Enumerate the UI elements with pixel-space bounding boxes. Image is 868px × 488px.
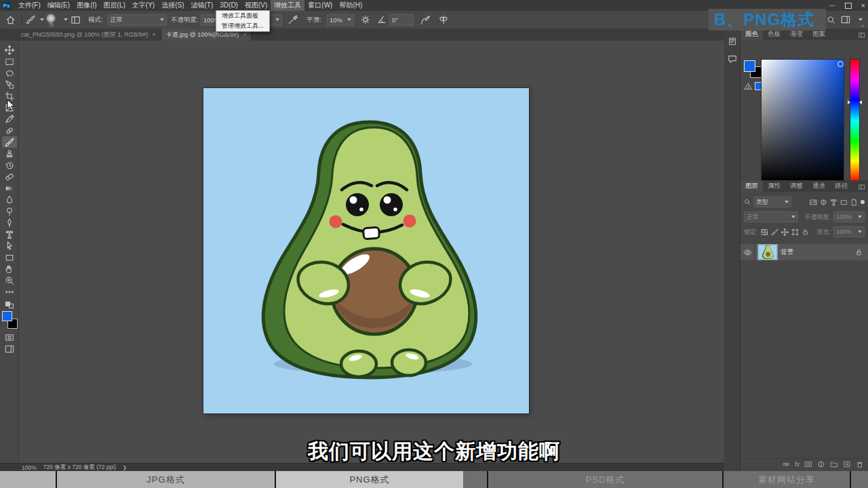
hue-marker-icon[interactable] (848, 100, 850, 104)
brush-preset-picker[interactable]: 75 (46, 11, 56, 28)
brush-picker-chevron-icon[interactable] (64, 18, 68, 21)
tool-dodge[interactable] (2, 205, 17, 217)
layer-opacity-select[interactable]: 100% (833, 211, 865, 222)
menu-item-manage-plugins[interactable]: 管理增效工具... (216, 21, 269, 31)
lock-pixels-icon[interactable] (771, 228, 778, 236)
smoothing-select[interactable]: 10% (327, 14, 354, 26)
tool-move[interactable] (2, 44, 17, 56)
tool-object-selection[interactable] (2, 79, 17, 90)
layer-row-background[interactable]: 背景 (741, 244, 868, 260)
bottom-tab-jpg[interactable]: JPG格式 (57, 471, 275, 488)
tool-rectangle[interactable] (2, 251, 17, 263)
menu-filter[interactable]: 滤镜(T) (188, 0, 217, 11)
filter-shape-layers-icon[interactable] (840, 199, 848, 206)
filter-pixel-layers-icon[interactable] (810, 199, 817, 206)
menu-view[interactable]: 视图(V) (241, 0, 271, 11)
panel-menu-icon[interactable] (859, 32, 865, 39)
comments-panel-icon[interactable] (728, 54, 737, 64)
bottom-tab-resources[interactable]: 素材网站分享 (724, 471, 850, 488)
tool-marquee[interactable] (2, 56, 17, 67)
doc-tab-close-icon[interactable]: × (152, 31, 155, 38)
menu-plugins[interactable]: 增效工具 (271, 0, 304, 11)
workspace-chevron-icon[interactable] (859, 18, 863, 21)
foreground-color-swatch[interactable] (744, 60, 755, 72)
tool-brush[interactable] (2, 136, 17, 148)
layer-blend-mode-select[interactable]: 正常 (744, 211, 798, 222)
brush-tool-preset[interactable] (26, 11, 44, 28)
hue-slider[interactable] (850, 59, 860, 182)
lock-artboard-icon[interactable] (791, 228, 799, 236)
minimize-button[interactable]: — (829, 2, 835, 9)
filter-adjustment-layers-icon[interactable] (820, 199, 827, 206)
tool-hand[interactable] (2, 263, 17, 274)
tool-blur[interactable] (2, 194, 17, 205)
pressure-size-icon[interactable] (420, 15, 431, 25)
saturation-brightness-field[interactable] (761, 59, 844, 182)
lock-all-icon[interactable] (802, 228, 809, 236)
screen-mode-button[interactable] (2, 343, 17, 354)
bottom-tab-psd[interactable]: PSD格式 (488, 471, 722, 488)
panel-menu-icon[interactable] (859, 184, 865, 190)
tab-channels[interactable]: 通道 (808, 180, 830, 192)
menu-help[interactable]: 帮助(H) (336, 0, 366, 11)
menu-image[interactable]: 图像(I) (73, 0, 100, 11)
close-button[interactable]: × (861, 1, 865, 9)
tool-more[interactable] (2, 286, 17, 298)
workspace-switcher-icon[interactable] (841, 15, 850, 24)
tool-history-brush[interactable] (2, 159, 17, 171)
menu-layer[interactable]: 图层(L) (100, 0, 129, 11)
layer-lock-icon[interactable] (855, 249, 863, 256)
paint-symmetry-icon[interactable] (438, 14, 449, 25)
brush-angle-input[interactable]: 0° (389, 14, 414, 26)
menu-select[interactable]: 选择(S) (158, 0, 187, 11)
tab-properties[interactable]: 属性 (763, 180, 785, 192)
layer-fill-select[interactable]: 100% (833, 226, 865, 237)
color-field-marker-icon[interactable] (837, 61, 844, 67)
tab-adjustments[interactable]: 调整 (785, 180, 808, 192)
airbrush-icon[interactable] (288, 15, 298, 25)
gamut-warning-icon[interactable] (744, 82, 753, 91)
menu-edit[interactable]: 编辑(E) (44, 0, 73, 11)
smoothing-options-gear-icon[interactable] (361, 15, 370, 24)
tool-type[interactable] (2, 228, 17, 240)
home-icon[interactable] (5, 15, 16, 25)
filter-type-layers-icon[interactable] (830, 199, 837, 206)
doc-tab-cat[interactable]: cat_PNG50550.png @ 100% (图层 1, RGB/8#) × (16, 28, 161, 41)
tool-eraser[interactable] (2, 171, 17, 182)
menu-3d[interactable]: 3D(D) (216, 0, 241, 11)
quick-mask-button[interactable] (2, 331, 17, 343)
filter-toggle-icon[interactable] (861, 200, 865, 204)
tab-paths[interactable]: 路径 (830, 180, 852, 192)
blend-mode-select[interactable]: 正常 (107, 14, 167, 26)
lock-position-icon[interactable] (781, 228, 789, 236)
tool-gradient[interactable] (2, 182, 17, 194)
doc-tab-close-icon[interactable]: × (243, 31, 246, 38)
menu-type[interactable]: 文字(Y) (129, 0, 158, 11)
lock-transparency-icon[interactable] (761, 228, 768, 236)
search-icon[interactable] (827, 16, 835, 24)
layer-filter-type-select[interactable]: 类型 (753, 197, 791, 207)
tool-lasso[interactable] (2, 67, 17, 79)
restore-button[interactable] (845, 3, 852, 9)
tool-spot-healing[interactable] (2, 125, 17, 136)
swap-colors-icon[interactable] (5, 302, 14, 308)
menu-window[interactable]: 窗口(W) (304, 0, 336, 11)
tab-layers[interactable]: 图层 (741, 180, 763, 192)
layer-thumbnail[interactable] (758, 245, 777, 260)
tool-clone-stamp[interactable] (2, 148, 17, 159)
foreground-color-swatch[interactable] (2, 311, 12, 321)
tool-zoom[interactable] (2, 274, 17, 286)
tool-eyedropper[interactable] (2, 113, 17, 125)
toggle-brush-panel-icon[interactable] (71, 15, 81, 25)
document-canvas[interactable] (203, 88, 529, 413)
history-panel-icon[interactable] (728, 37, 737, 46)
menu-item-plugins-panel[interactable]: 增效工具面板 (216, 11, 269, 21)
hue-marker-icon[interactable] (859, 100, 862, 104)
layer-name[interactable]: 背景 (781, 248, 793, 257)
layer-visibility-eye-icon[interactable] (743, 248, 752, 257)
tool-path-selection[interactable] (2, 240, 17, 251)
menu-file[interactable]: 文件(F) (15, 0, 44, 11)
bottom-tab-png[interactable]: PNG格式 (276, 471, 463, 488)
filter-smart-objects-icon[interactable] (850, 199, 858, 206)
tool-pen[interactable] (2, 217, 17, 228)
